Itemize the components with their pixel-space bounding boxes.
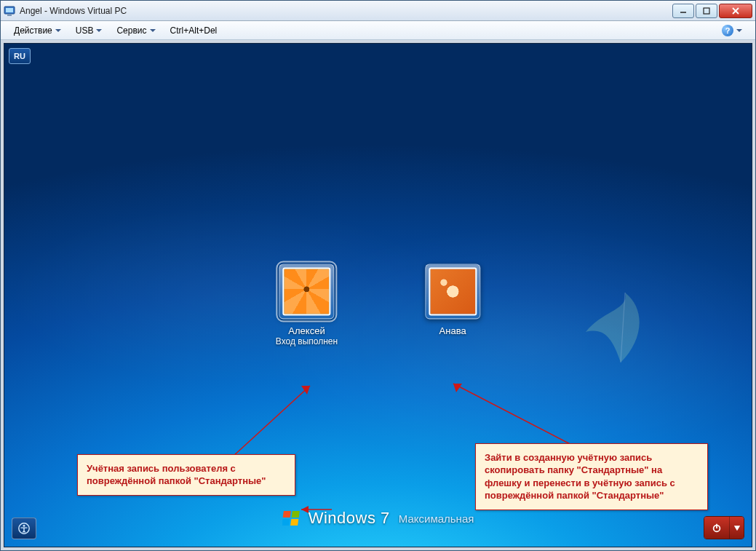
power-button-group — [704, 516, 744, 539]
window-buttons — [671, 4, 752, 18]
brand-edition: Максимальная — [399, 512, 474, 525]
help-icon: ? — [722, 25, 733, 36]
menu-usb[interactable]: USB — [68, 23, 110, 38]
brand-text: Windows 7 — [309, 509, 390, 528]
user-avatar — [282, 268, 330, 316]
annotation-arrow — [295, 451, 339, 517]
menu-action-label: Действие — [14, 25, 52, 36]
menu-action[interactable]: Действие — [7, 23, 68, 38]
user-name: Анава — [439, 325, 466, 336]
svg-rect-15 — [282, 519, 290, 526]
user-name: Алексей — [288, 325, 325, 336]
shutdown-options-button[interactable] — [729, 517, 744, 539]
guest-screen[interactable]: RU Алексей Вход выполнен Анава — [4, 43, 752, 547]
user-status: Вход выполнен — [276, 336, 338, 346]
chevron-down-icon — [55, 29, 61, 32]
menu-usb-label: USB — [76, 25, 94, 36]
maximize-button[interactable] — [696, 4, 717, 18]
svg-marker-8 — [301, 386, 310, 395]
shutdown-button[interactable] — [704, 517, 729, 539]
menubar: Действие USB Сервис Ctrl+Alt+Del ? — [1, 21, 755, 40]
ease-of-access-button[interactable] — [12, 518, 36, 539]
svg-rect-13 — [282, 511, 290, 518]
user-avatar-frame — [425, 264, 480, 320]
minimize-button[interactable] — [672, 4, 694, 18]
menu-service-label: Сервис — [116, 25, 146, 36]
user-avatar-frame — [279, 264, 334, 320]
brand-version: 7 — [381, 509, 390, 527]
svg-rect-1 — [6, 8, 13, 12]
svg-rect-2 — [7, 15, 12, 16]
user-account[interactable]: Алексей Вход выполнен — [276, 264, 338, 346]
windows-logo-icon — [282, 510, 303, 527]
vm-window: Angel - Windows Virtual PC Действие USB … — [0, 0, 756, 551]
menu-help[interactable]: ? — [715, 23, 749, 39]
os-branding: Windows 7 Максимальная — [282, 509, 474, 528]
annotation-callout: Учётная запись пользователя с повреждённ… — [77, 454, 295, 496]
chevron-down-icon — [96, 29, 102, 32]
app-icon — [4, 5, 15, 17]
svg-marker-12 — [453, 384, 462, 392]
menu-service[interactable]: Сервис — [109, 23, 162, 38]
user-account[interactable]: Анава — [425, 264, 480, 346]
svg-marker-21 — [733, 526, 739, 531]
svg-rect-4 — [704, 8, 709, 14]
svg-point-18 — [23, 525, 25, 527]
chevron-down-icon — [736, 29, 742, 32]
svg-rect-14 — [291, 511, 299, 518]
user-avatar — [429, 268, 477, 316]
decorative-leaf — [577, 284, 664, 371]
annotation-callout: Зайти в созданную учётную запись скопиро… — [475, 443, 708, 510]
account-list: Алексей Вход выполнен Анава — [276, 264, 480, 346]
svg-rect-16 — [290, 519, 298, 526]
window-title: Angel - Windows Virtual PC — [20, 6, 671, 16]
menu-cad[interactable]: Ctrl+Alt+Del — [163, 23, 225, 38]
brand-product: Windows — [309, 509, 376, 527]
chevron-down-icon — [150, 29, 156, 32]
titlebar[interactable]: Angel - Windows Virtual PC — [1, 1, 755, 21]
language-indicator[interactable]: RU — [9, 48, 31, 64]
close-button[interactable] — [719, 4, 752, 18]
menu-cad-label: Ctrl+Alt+Del — [170, 25, 218, 36]
